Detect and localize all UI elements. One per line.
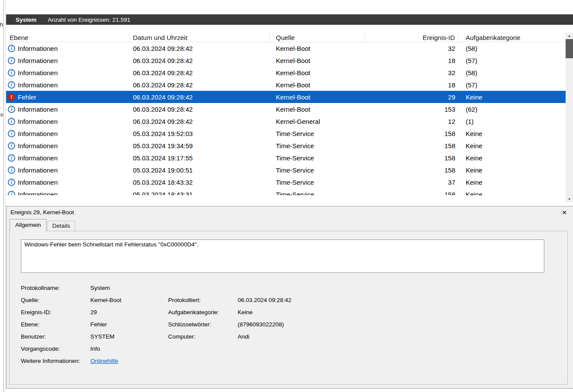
field-label: [168, 342, 238, 355]
event-level-text: Informationen: [18, 45, 58, 52]
event-source-cell: Kernel-Boot: [270, 103, 365, 115]
event-id-cell: 158: [365, 152, 458, 164]
event-date-cell: 06.03.2024 09:28:42: [129, 115, 270, 127]
field-value: System: [90, 282, 168, 294]
left-panel-text-fragment: ch: [0, 22, 3, 28]
event-source-cell: Time-Service: [270, 164, 365, 176]
field-label: Quelle:: [21, 294, 90, 306]
details-tabs: Allgemein Details: [7, 218, 573, 231]
event-category-cell: Keine: [458, 176, 566, 188]
field-label: Schlüsselwörter:: [168, 318, 238, 330]
information-icon: i: [8, 118, 15, 125]
event-row[interactable]: i Informationen 06.03.2024 09:28:42 Kern…: [6, 115, 566, 127]
column-header-level[interactable]: Ebene: [6, 33, 129, 42]
column-header-datetime[interactable]: Datum und Uhrzeit: [129, 33, 270, 42]
event-row[interactable]: i Informationen 05.03.2024 19:34:59 Time…: [6, 140, 566, 152]
event-source-cell: Kernel-Boot: [270, 91, 365, 103]
field-label: Ereignis-ID:: [21, 306, 90, 318]
event-description[interactable]: Windows-Fehler beim Schnellstart mit Feh…: [21, 239, 544, 273]
event-row[interactable]: i Informationen 06.03.2024 09:28:42 Kern…: [6, 42, 566, 54]
event-row[interactable]: i Informationen 05.03.2024 19:00:51 Time…: [6, 164, 566, 176]
event-rows: i Informationen 06.03.2024 09:28:42 Kern…: [6, 42, 566, 195]
scrollbar-thumb[interactable]: [566, 39, 573, 58]
event-level-text: Informationen: [18, 57, 58, 64]
event-level-text: Informationen: [18, 154, 58, 162]
event-id-cell: 153: [365, 103, 458, 115]
event-source-cell: Kernel-Boot: [270, 42, 365, 54]
event-level-cell: i Informationen: [6, 140, 129, 152]
event-row[interactable]: i Informationen 06.03.2024 09:28:42 Kern…: [6, 66, 566, 79]
event-category-cell: (62): [458, 103, 566, 115]
log-name: System: [16, 17, 36, 23]
tab-allgemein[interactable]: Allgemein: [10, 219, 46, 231]
event-row[interactable]: i Informationen 05.03.2024 18:43:32 Time…: [6, 176, 566, 188]
column-header-source[interactable]: Quelle: [270, 33, 365, 42]
event-source-cell: Time-Service: [270, 152, 365, 164]
tab-details[interactable]: Details: [47, 221, 75, 231]
event-id-cell: 158: [365, 164, 458, 176]
event-source-cell: Kernel-Boot: [270, 66, 365, 79]
event-level-text: Informationen: [18, 69, 58, 76]
event-row[interactable]: i Informationen 05.03.2024 19:52:03 Time…: [6, 127, 566, 140]
field-value: [238, 355, 291, 367]
event-category-cell: Keine: [458, 127, 566, 140]
field-label: Ebene:: [21, 318, 90, 330]
event-level-text: Informationen: [18, 179, 58, 186]
event-category-cell: (1): [458, 115, 566, 127]
error-icon: !: [8, 93, 15, 101]
event-level-cell: i Informationen: [6, 164, 129, 176]
event-level-cell: i Informationen: [6, 115, 129, 127]
event-date-cell: 05.03.2024 18:43:31: [129, 188, 270, 195]
left-panel-text-fragment: ns: [0, 112, 3, 118]
event-id-cell: 18: [365, 54, 458, 66]
event-level-text: Informationen: [18, 191, 58, 196]
event-category-cell: (58): [458, 66, 566, 79]
field-value: 29: [90, 306, 168, 318]
event-details-panel: Ereignis 29, Kernel-Boot ✕ Allgemein Det…: [6, 206, 573, 389]
scroll-down-icon[interactable]: ▼: [566, 196, 573, 203]
details-title-bar: Ereignis 29, Kernel-Boot ✕: [7, 206, 573, 218]
event-id-cell: 18: [365, 79, 458, 91]
event-row[interactable]: ! Fehler 06.03.2024 09:28:42 Kernel-Boot…: [6, 91, 566, 103]
event-category-cell: Keine: [458, 140, 566, 152]
column-header-category[interactable]: Aufgabenkategorie: [458, 33, 566, 42]
information-icon: i: [8, 142, 15, 149]
information-icon: i: [8, 69, 15, 76]
field-label: Benutzer:: [21, 330, 90, 342]
information-icon: i: [8, 191, 15, 196]
event-row[interactable]: i Informationen 06.03.2024 09:28:42 Kern…: [6, 103, 566, 115]
field-value: [238, 342, 291, 355]
event-level-cell: i Informationen: [6, 188, 129, 195]
event-row[interactable]: i Informationen 05.03.2024 18:43:31 Time…: [6, 188, 566, 195]
event-date-cell: 05.03.2024 18:43:32: [129, 176, 270, 188]
event-source-cell: Kernel-Boot: [270, 79, 365, 91]
scrollbar-track[interactable]: ▲ ▼: [566, 33, 573, 203]
field-value: SYSTEM: [90, 330, 168, 342]
column-header-event-id[interactable]: Ereignis-ID: [365, 33, 458, 42]
list-header: Ebene Datum und Uhrzeit Quelle Ereignis-…: [6, 33, 566, 42]
tab-content-frame: Windows-Fehler beim Schnellstart mit Feh…: [9, 231, 568, 385]
event-list: Ebene Datum und Uhrzeit Quelle Ereignis-…: [6, 33, 566, 195]
event-level-text: Informationen: [18, 166, 58, 174]
log-header-bar: System Anzahl von Ereignissen: 21.591: [6, 14, 573, 25]
field-value: Fehler: [90, 318, 168, 330]
event-source-cell: Time-Service: [270, 127, 365, 140]
field-label: [168, 282, 238, 294]
close-button[interactable]: ✕: [562, 209, 567, 216]
event-level-cell: i Informationen: [6, 54, 129, 66]
event-date-cell: 05.03.2024 19:34:59: [129, 140, 270, 152]
field-value: Onlinehilfe: [90, 355, 168, 367]
event-row[interactable]: i Informationen 06.03.2024 09:28:42 Kern…: [6, 79, 566, 91]
event-id-cell: 32: [365, 42, 458, 54]
field-value: Andi: [238, 330, 291, 342]
event-category-cell: (58): [458, 42, 566, 54]
information-icon: i: [8, 106, 15, 113]
panel-splitter[interactable]: [3, 0, 4, 392]
information-icon: i: [8, 179, 15, 186]
event-row[interactable]: i Informationen 05.03.2024 19:17:55 Time…: [6, 152, 566, 164]
event-row[interactable]: i Informationen 06.03.2024 09:28:42 Kern…: [6, 54, 566, 66]
event-level-text: Informationen: [18, 142, 58, 149]
scroll-up-icon[interactable]: ▲: [566, 33, 573, 39]
event-date-cell: 05.03.2024 19:17:55: [129, 152, 270, 164]
online-help-link[interactable]: Onlinehilfe: [90, 358, 118, 364]
